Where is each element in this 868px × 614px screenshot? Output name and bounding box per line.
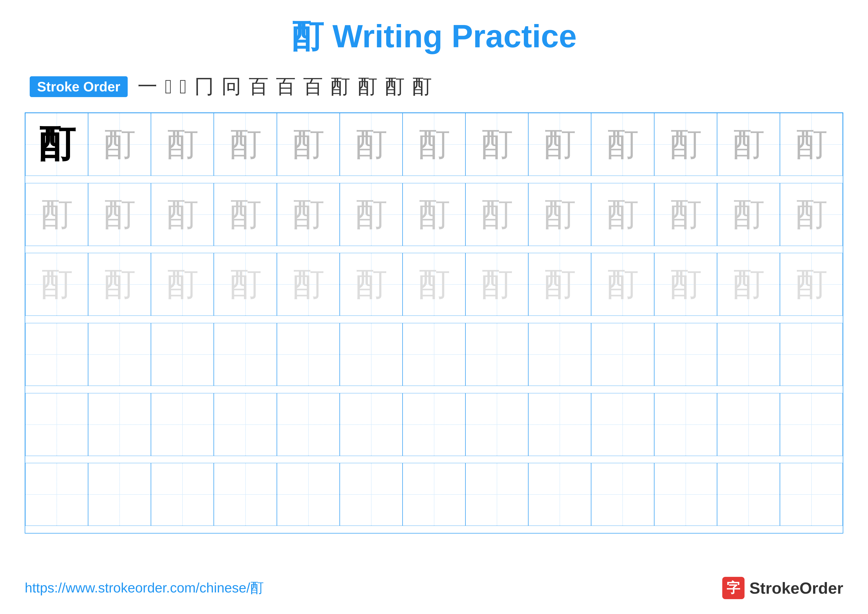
cell-r1-c9[interactable]: 酊 [528,113,591,176]
cell-r1-c1[interactable]: 酊 [25,113,88,176]
cell-r3-c13[interactable]: 酊 [780,253,843,316]
char-r1-c12: 酊 [732,123,764,166]
char-r3-c11: 酊 [670,263,702,306]
cell-r6-c1[interactable] [25,463,88,526]
cell-r3-c11[interactable]: 酊 [654,253,717,316]
cell-r1-c8[interactable]: 酊 [465,113,528,176]
cell-r3-c1[interactable]: 酊 [25,253,88,316]
cell-r2-c12[interactable]: 酊 [717,183,780,246]
cell-r2-c5[interactable]: 酊 [277,183,340,246]
cell-r6-c13[interactable] [780,463,843,526]
cell-r6-c7[interactable] [403,463,465,526]
cell-r2-c3[interactable]: 酊 [151,183,214,246]
cell-r4-c13[interactable] [780,323,843,386]
char-r3-c2: 酊 [104,263,136,306]
cell-r4-c12[interactable] [717,323,780,386]
cell-r5-c11[interactable] [654,393,717,456]
char-r1-c2: 酊 [104,123,136,166]
char-r1-c6: 酊 [355,123,387,166]
cell-r3-c12[interactable]: 酊 [717,253,780,316]
stroke-2: 𠃌 [165,76,172,98]
cell-r3-c9[interactable]: 酊 [528,253,591,316]
cell-r2-c7[interactable]: 酊 [403,183,465,246]
cell-r5-c5[interactable] [277,393,340,456]
cell-r6-c10[interactable] [591,463,654,526]
cell-r3-c5[interactable]: 酊 [277,253,340,316]
cell-r1-c12[interactable]: 酊 [717,113,780,176]
cell-r4-c11[interactable] [654,323,717,386]
cell-r2-c4[interactable]: 酊 [214,183,277,246]
cell-r1-c7[interactable]: 酊 [403,113,465,176]
stroke-9: 酊 [330,73,350,100]
cell-r4-c5[interactable] [277,323,340,386]
cell-r3-c3[interactable]: 酊 [151,253,214,316]
cell-r4-c8[interactable] [465,323,528,386]
stroke-4: 冂 [194,73,214,100]
cell-r5-c12[interactable] [717,393,780,456]
cell-r2-c2[interactable]: 酊 [88,183,151,246]
cell-r4-c3[interactable] [151,323,214,386]
cell-r6-c8[interactable] [465,463,528,526]
cell-r4-c7[interactable] [403,323,465,386]
char-r1-c11: 酊 [670,123,702,166]
cell-r1-c3[interactable]: 酊 [151,113,214,176]
cell-r3-c2[interactable]: 酊 [88,253,151,316]
cell-r5-c7[interactable] [403,393,465,456]
cell-r3-c4[interactable]: 酊 [214,253,277,316]
cell-r2-c9[interactable]: 酊 [528,183,591,246]
cell-r4-c10[interactable] [591,323,654,386]
cell-r1-c2[interactable]: 酊 [88,113,151,176]
cell-r5-c2[interactable] [88,393,151,456]
cell-r1-c13[interactable]: 酊 [780,113,843,176]
cell-r4-c9[interactable] [528,323,591,386]
cell-r5-c9[interactable] [528,393,591,456]
cell-r3-c10[interactable]: 酊 [591,253,654,316]
cell-r2-c10[interactable]: 酊 [591,183,654,246]
cell-r4-c6[interactable] [340,323,403,386]
cell-r3-c6[interactable]: 酊 [340,253,403,316]
footer: https://www.strokeorder.com/chinese/酊 字 … [25,577,843,599]
cell-r1-c4[interactable]: 酊 [214,113,277,176]
logo-text: StrokeOrder [749,579,843,597]
cell-r5-c8[interactable] [465,393,528,456]
cell-r5-c3[interactable] [151,393,214,456]
cell-r3-c7[interactable]: 酊 [403,253,465,316]
cell-r5-c6[interactable] [340,393,403,456]
cell-r6-c5[interactable] [277,463,340,526]
cell-r1-c11[interactable]: 酊 [654,113,717,176]
char-r3-c1: 酊 [40,263,73,306]
cell-r6-c12[interactable] [717,463,780,526]
stroke-1: 一 [138,73,157,100]
cell-r5-c10[interactable] [591,393,654,456]
cell-r6-c4[interactable] [214,463,277,526]
stroke-11: 酊 [385,73,405,100]
cell-r2-c6[interactable]: 酊 [340,183,403,246]
cell-r1-c6[interactable]: 酊 [340,113,403,176]
footer-url[interactable]: https://www.strokeorder.com/chinese/酊 [25,579,264,597]
cell-r6-c3[interactable] [151,463,214,526]
cell-r2-c11[interactable]: 酊 [654,183,717,246]
char-r2-c7: 酊 [418,193,450,236]
cell-r4-c2[interactable] [88,323,151,386]
char-r3-c6: 酊 [355,263,387,306]
cell-r2-c1[interactable]: 酊 [25,183,88,246]
cell-r6-c9[interactable] [528,463,591,526]
cell-r6-c6[interactable] [340,463,403,526]
cell-r2-c13[interactable]: 酊 [780,183,843,246]
cell-r5-c4[interactable] [214,393,277,456]
cell-r2-c8[interactable]: 酊 [465,183,528,246]
cell-r1-c10[interactable]: 酊 [591,113,654,176]
footer-logo: 字 StrokeOrder [722,577,843,599]
cell-r4-c4[interactable] [214,323,277,386]
cell-r1-c5[interactable]: 酊 [277,113,340,176]
char-r2-c6: 酊 [355,193,387,236]
cell-r6-c2[interactable] [88,463,151,526]
stroke-6: 百 [249,73,268,100]
cell-r5-c13[interactable] [780,393,843,456]
stroke-5: 冋 [222,73,241,100]
cell-r5-c1[interactable] [25,393,88,456]
cell-r3-c8[interactable]: 酊 [465,253,528,316]
cell-r4-c1[interactable] [25,323,88,386]
cell-r6-c11[interactable] [654,463,717,526]
char-r2-c5: 酊 [292,193,324,236]
